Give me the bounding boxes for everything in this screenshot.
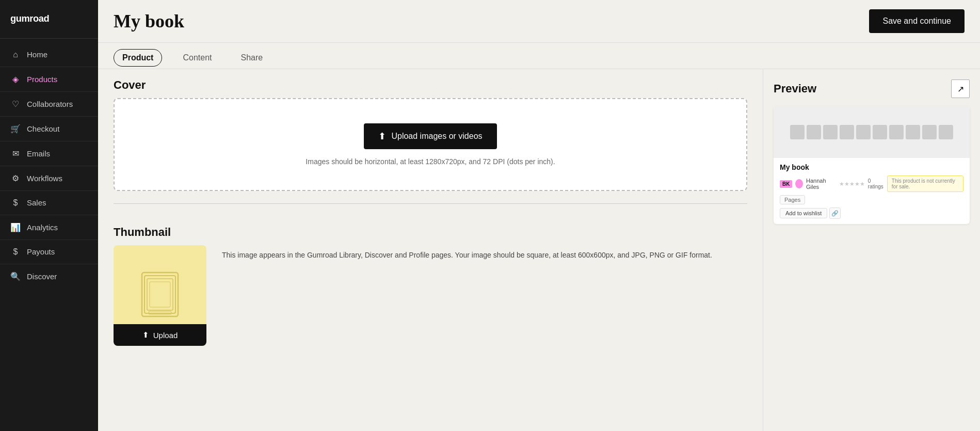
sidebar-item-payouts[interactable]: $ Payouts xyxy=(0,240,98,264)
preview-icons-row xyxy=(786,121,957,143)
sidebar-item-workflows[interactable]: ⚙ Workflows xyxy=(0,166,98,191)
svg-text:gumroad: gumroad xyxy=(10,13,49,24)
preview-author: Hannah Giles xyxy=(806,178,834,190)
analytics-icon: 📊 xyxy=(10,222,21,232)
form-panel: Cover ⬆ Upload images or videos Images s… xyxy=(98,69,763,431)
thumbnail-upload-button[interactable]: ⬆ Upload xyxy=(114,324,206,346)
discover-icon: 🔍 xyxy=(10,272,21,281)
sidebar-label-discover: Discover xyxy=(27,272,57,281)
preview-card: My book BK Hannah Giles ★★★★★ 0 ratings … xyxy=(774,106,970,224)
sidebar-label-checkout: Checkout xyxy=(27,124,59,133)
cover-upload-area[interactable]: ⬆ Upload images or videos Images should … xyxy=(114,98,747,191)
preview-open-button[interactable]: ↗ xyxy=(951,79,970,98)
sidebar-item-products[interactable]: ◈ Products xyxy=(0,67,98,92)
thumbnail-upload-label: Upload xyxy=(153,331,178,340)
svg-rect-2 xyxy=(144,276,175,313)
preview-wishlist-button[interactable]: Add to wishlist xyxy=(780,208,827,218)
sidebar-label-analytics: Analytics xyxy=(27,223,58,232)
svg-rect-3 xyxy=(147,279,173,310)
preview-pages-row: Pages xyxy=(780,195,963,204)
thumbnail-description: This image appears in the Gumroad Librar… xyxy=(222,245,712,261)
sidebar-item-home[interactable]: ⌂ Home xyxy=(0,43,98,67)
emails-icon: ✉ xyxy=(10,149,21,158)
main-area: My book Save and continue Product Conten… xyxy=(98,0,980,431)
tab-content[interactable]: Content xyxy=(174,49,220,69)
content-area: Cover ⬆ Upload images or videos Images s… xyxy=(98,69,980,431)
sales-icon: $ xyxy=(10,198,21,207)
preview-stars: ★★★★★ xyxy=(839,181,865,187)
sidebar: gumroad ⌂ Home ◈ Products ♡ Collaborator… xyxy=(0,0,98,431)
sidebar-item-emails[interactable]: ✉ Emails xyxy=(0,141,98,166)
section-divider xyxy=(114,203,747,204)
thumbnail-section: ⬆ Upload This image appears in the Gumro… xyxy=(114,245,747,346)
workflows-icon: ⚙ xyxy=(10,173,21,183)
upload-images-button[interactable]: ⬆ Upload images or videos xyxy=(364,123,496,149)
preview-badge: BK xyxy=(780,180,792,188)
preview-title: Preview xyxy=(774,82,816,95)
sidebar-nav: ⌂ Home ◈ Products ♡ Collaborators 🛒 Chec… xyxy=(0,39,98,431)
preview-icon-5 xyxy=(856,125,871,139)
sidebar-label-workflows: Workflows xyxy=(27,174,62,183)
preview-icon-1 xyxy=(790,125,805,139)
preview-icon-10 xyxy=(939,125,953,139)
preview-icon-9 xyxy=(922,125,937,139)
sidebar-label-collaborators: Collaborators xyxy=(27,100,73,108)
upload-icon-small: ⬆ xyxy=(142,330,149,340)
sidebar-item-checkout[interactable]: 🛒 Checkout xyxy=(0,117,98,141)
preview-icon-4 xyxy=(840,125,854,139)
tab-product[interactable]: Product xyxy=(114,49,162,67)
checkout-icon: 🛒 xyxy=(10,124,21,134)
external-link-icon: ↗ xyxy=(957,84,964,94)
cover-upload-hint: Images should be horizontal, at least 12… xyxy=(306,157,555,166)
sidebar-label-sales: Sales xyxy=(27,198,46,207)
payouts-icon: $ xyxy=(10,247,21,257)
preview-card-body: My book BK Hannah Giles ★★★★★ 0 ratings … xyxy=(774,158,970,224)
preview-icon-7 xyxy=(889,125,904,139)
preview-ratings: 0 ratings xyxy=(868,178,884,189)
book-placeholder-icon xyxy=(134,267,186,324)
collaborators-icon: ♡ xyxy=(10,99,21,109)
preview-meta-row: BK Hannah Giles ★★★★★ 0 ratings This pro… xyxy=(780,175,963,192)
preview-icon-3 xyxy=(823,125,838,139)
preview-card-header xyxy=(774,106,970,158)
preview-header: Preview ↗ xyxy=(774,79,970,98)
upload-images-label: Upload images or videos xyxy=(391,132,482,141)
preview-not-for-sale-badge: This product is not currently for sale. xyxy=(887,175,963,192)
page-title: My book xyxy=(114,10,184,32)
products-icon: ◈ xyxy=(10,74,21,84)
thumbnail-section-title: Thumbnail xyxy=(114,216,747,245)
upload-icon: ⬆ xyxy=(378,131,386,142)
cover-section-title: Cover xyxy=(114,69,747,98)
thumbnail-preview: ⬆ Upload xyxy=(114,245,206,346)
tab-share[interactable]: Share xyxy=(233,49,271,69)
preview-icon-6 xyxy=(873,125,887,139)
sidebar-item-analytics[interactable]: 📊 Analytics xyxy=(0,215,98,240)
save-continue-button[interactable]: Save and continue xyxy=(869,9,965,33)
tabs-bar: Product Content Share xyxy=(98,43,980,69)
preview-icon-2 xyxy=(807,125,821,139)
sidebar-item-discover[interactable]: 🔍 Discover xyxy=(0,264,98,289)
preview-avatar xyxy=(795,179,803,188)
preview-share-icon[interactable]: 🔗 xyxy=(829,207,841,219)
sidebar-item-sales[interactable]: $ Sales xyxy=(0,191,98,215)
sidebar-label-emails: Emails xyxy=(27,149,50,158)
sidebar-label-products: Products xyxy=(27,75,57,84)
sidebar-item-collaborators[interactable]: ♡ Collaborators xyxy=(0,92,98,117)
preview-wishlist-row: Add to wishlist 🔗 xyxy=(780,207,963,219)
logo[interactable]: gumroad xyxy=(0,0,98,39)
preview-book-title: My book xyxy=(780,163,963,171)
home-icon: ⌂ xyxy=(10,50,21,59)
preview-panel: Preview ↗ xyxy=(763,69,980,431)
sidebar-label-home: Home xyxy=(27,50,47,59)
preview-icon-8 xyxy=(906,125,920,139)
svg-rect-4 xyxy=(150,282,170,307)
preview-pages-label: Pages xyxy=(780,195,805,204)
header: My book Save and continue xyxy=(98,0,980,43)
sidebar-label-payouts: Payouts xyxy=(27,247,55,256)
